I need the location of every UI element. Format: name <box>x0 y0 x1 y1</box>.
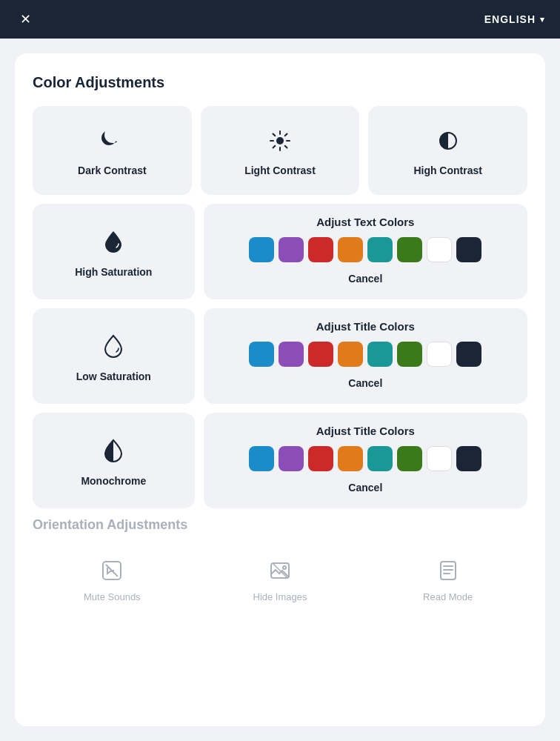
hide-images-icon <box>270 560 290 585</box>
swatch-teal[interactable] <box>367 237 393 262</box>
mute-sounds-card[interactable]: Mute Sounds <box>33 545 192 611</box>
light-contrast-label: Light Contrast <box>244 165 316 176</box>
swatch-green[interactable] <box>397 237 422 262</box>
monochrome-card[interactable]: Monochrome <box>33 413 195 508</box>
low-saturation-row: Low Saturation Adjust Title Colors Cance… <box>33 308 527 404</box>
title-color-swatches-1 <box>249 342 481 367</box>
svg-line-7 <box>285 133 287 136</box>
low-saturation-label: Low Saturation <box>76 370 151 382</box>
close-button[interactable]: ✕ <box>15 9 36 30</box>
light-contrast-card[interactable]: Light Contrast <box>201 106 360 195</box>
color-adjustments-title: Color Adjustments <box>33 74 527 91</box>
mute-sounds-label: Mute Sounds <box>84 591 141 602</box>
dark-contrast-label: Dark Contrast <box>78 165 147 176</box>
swatch-dark-3[interactable] <box>456 446 481 471</box>
monochrome-row: Monochrome Adjust Title Colors Cancel <box>33 413 527 508</box>
device-frame: ✕ ENGLISH ▾ Color Adjustments Dark Contr… <box>0 0 560 741</box>
swatch-green-3[interactable] <box>397 446 422 471</box>
read-mode-icon <box>439 560 457 585</box>
swatch-white[interactable] <box>427 237 452 262</box>
adjust-text-colors-title: Adjust Text Colors <box>316 216 414 228</box>
high-saturation-row: High Saturation Adjust Text Colors Cance… <box>33 204 527 299</box>
low-saturation-card[interactable]: Low Saturation <box>33 308 195 404</box>
swatch-purple-2[interactable] <box>279 342 304 367</box>
contrast-options-row: Dark Contrast Light C <box>33 106 527 195</box>
swatch-white-3[interactable] <box>427 446 452 471</box>
adjust-title-colors-card-2: Adjust Title Colors Cancel <box>204 413 527 508</box>
svg-point-13 <box>283 566 286 569</box>
high-contrast-label: High Contrast <box>413 165 482 176</box>
title-colors-cancel-1[interactable]: Cancel <box>342 374 388 392</box>
svg-point-0 <box>276 137 284 144</box>
high-contrast-card[interactable]: High Contrast <box>368 106 527 195</box>
read-mode-label: Read Mode <box>423 591 473 602</box>
dark-contrast-card[interactable]: Dark Contrast <box>33 106 192 195</box>
language-selector[interactable]: ENGLISH ▾ <box>484 13 545 25</box>
swatch-purple-3[interactable] <box>279 446 304 471</box>
read-mode-card[interactable]: Read Mode <box>368 545 527 611</box>
hide-images-label: Hide Images <box>253 591 307 602</box>
halfcircle-icon <box>437 130 459 157</box>
swatch-red-3[interactable] <box>308 446 333 471</box>
title-colors-cancel-2[interactable]: Cancel <box>342 479 388 496</box>
swatch-blue-2[interactable] <box>249 342 274 367</box>
drop-outline-icon <box>103 334 124 363</box>
language-label: ENGLISH <box>484 13 536 25</box>
svg-line-5 <box>273 133 275 136</box>
drop-half-icon <box>103 439 124 468</box>
monochrome-label: Monochrome <box>81 475 146 487</box>
swatch-teal-2[interactable] <box>367 342 393 367</box>
hide-images-card[interactable]: Hide Images <box>201 545 360 611</box>
high-saturation-label: High Saturation <box>75 266 152 278</box>
swatch-purple[interactable] <box>279 237 304 262</box>
high-saturation-card[interactable]: High Saturation <box>33 204 195 299</box>
orientation-adjustments-title: Orientation Adjustments <box>33 517 527 533</box>
adjust-text-colors-card: Adjust Text Colors Cancel <box>204 204 527 299</box>
swatch-orange-2[interactable] <box>338 342 363 367</box>
chevron-down-icon: ▾ <box>540 15 545 24</box>
title-color-swatches-2 <box>249 446 481 471</box>
orientation-options-row: Mute Sounds Hide Images <box>33 545 527 611</box>
swatch-dark[interactable] <box>456 237 481 262</box>
swatch-red[interactable] <box>308 237 333 262</box>
swatch-blue-3[interactable] <box>249 446 274 471</box>
text-colors-cancel[interactable]: Cancel <box>342 270 388 288</box>
swatch-orange[interactable] <box>338 237 363 262</box>
adjust-title-colors-card-1: Adjust Title Colors Cancel <box>204 308 527 404</box>
svg-line-6 <box>285 145 287 147</box>
topbar: ✕ ENGLISH ▾ <box>0 0 560 39</box>
mute-sounds-icon <box>101 560 122 585</box>
text-color-swatches <box>249 237 481 262</box>
adjust-title-colors-title-1: Adjust Title Colors <box>316 320 415 333</box>
swatch-red-2[interactable] <box>308 342 333 367</box>
swatch-dark-2[interactable] <box>456 342 481 367</box>
svg-line-8 <box>273 145 275 147</box>
adjust-title-colors-title-2: Adjust Title Colors <box>316 425 415 437</box>
swatch-white-2[interactable] <box>427 342 452 367</box>
swatch-teal-3[interactable] <box>367 446 393 471</box>
drop-filled-icon <box>103 230 124 259</box>
swatch-blue[interactable] <box>249 237 274 262</box>
swatch-green-2[interactable] <box>397 342 422 367</box>
sun-icon <box>269 130 291 157</box>
main-panel: Color Adjustments Dark Contrast <box>15 53 545 726</box>
moon-icon <box>101 130 123 157</box>
swatch-orange-3[interactable] <box>338 446 363 471</box>
